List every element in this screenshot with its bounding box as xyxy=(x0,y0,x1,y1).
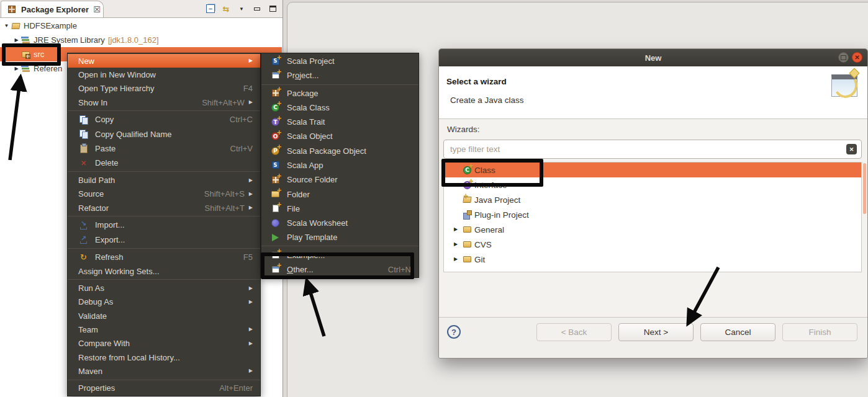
menu-item-project[interactable]: Project... xyxy=(261,68,418,83)
menu-item-label: Folder xyxy=(287,190,310,199)
wizard-item-general[interactable]: ▶General xyxy=(444,222,861,237)
collapsed-twisty-icon[interactable]: ▶ xyxy=(12,66,20,71)
menu-item-label: Refactor xyxy=(78,203,109,213)
back-button[interactable]: < Back xyxy=(536,323,612,341)
menu-item-export[interactable]: Export... xyxy=(68,233,260,247)
wizard-item-java-project[interactable]: Java Project xyxy=(444,192,861,207)
menu-item-paste[interactable]: PasteCtrl+V xyxy=(68,141,260,156)
menu-item-import[interactable]: Import... xyxy=(68,218,260,232)
tree-item-hdfsexample[interactable]: ▼HDFSExample xyxy=(0,19,282,33)
annotation-rect-src xyxy=(2,43,61,66)
dialog-close-button[interactable]: ✕ xyxy=(852,52,862,63)
source-folder-icon xyxy=(270,175,281,185)
menu-item-scala-project[interactable]: Scala Project xyxy=(261,54,418,68)
menu-item-source[interactable]: SourceShift+Alt+S▶ xyxy=(68,187,260,201)
menu-item-assign-working-sets[interactable]: Assign Working Sets... xyxy=(68,264,260,278)
menu-item-label: Compare With xyxy=(78,339,130,348)
menu-item-right: ▶ xyxy=(249,286,253,291)
menu-item-label: Paste xyxy=(95,144,115,153)
menu-item-label: Maven xyxy=(78,367,102,376)
tab-close-icon[interactable]: ☒ xyxy=(93,6,101,14)
menu-item-refresh[interactable]: RefreshF5 xyxy=(68,250,260,264)
menu-item-scala-package-object[interactable]: Scala Package Object xyxy=(261,144,418,158)
menu-shortcut: Ctrl+C xyxy=(230,115,253,124)
collapsed-twisty-icon[interactable]: ▶ xyxy=(12,38,20,43)
collapse-all-button[interactable]: − xyxy=(206,4,215,14)
copy-qualified-icon xyxy=(78,129,89,139)
menu-item-folder[interactable]: Folder xyxy=(261,187,418,201)
finish-button[interactable]: Finish xyxy=(782,323,857,341)
menu-item-play-template[interactable]: Play Template xyxy=(261,230,418,244)
menu-item-scala-worksheet[interactable]: Scala Worksheet xyxy=(261,216,418,230)
menu-item-open-in-new-window[interactable]: Open in New Window xyxy=(68,68,260,81)
scala-object-icon xyxy=(270,132,281,141)
menu-item-show-in[interactable]: Show InShift+Alt+W▶ xyxy=(68,96,260,109)
menu-item-delete[interactable]: Delete xyxy=(68,156,260,170)
menu-item-label: Scala Worksheet xyxy=(287,218,348,228)
help-button[interactable]: ? xyxy=(447,325,461,339)
clear-filter-icon[interactable]: ✕ xyxy=(846,144,857,154)
menu-item-scala-app[interactable]: Scala App xyxy=(261,158,418,172)
annotation-rect-other xyxy=(261,252,414,279)
paste-icon xyxy=(78,143,89,153)
menu-item-new[interactable]: New▶ xyxy=(68,54,260,68)
submenu-arrow-icon: ▶ xyxy=(249,368,253,373)
menu-item-label: Open in New Window xyxy=(78,70,156,79)
menu-item-package[interactable]: Package xyxy=(261,86,418,100)
collapsed-twisty-icon[interactable]: ▶ xyxy=(454,242,462,247)
menu-item-restore-from-local-history[interactable]: Restore from Local History... xyxy=(68,350,260,364)
expanded-twisty-icon[interactable]: ▼ xyxy=(2,24,11,29)
menu-item-team[interactable]: Team▶ xyxy=(68,323,260,336)
menu-item-label: Copy xyxy=(95,115,114,124)
menu-item-right: ▶ xyxy=(249,300,253,305)
wizard-item-plug-in-project[interactable]: Plug-in Project xyxy=(444,207,861,222)
menu-item-compare-with[interactable]: Compare With▶ xyxy=(68,337,260,350)
menu-item-label: Scala App xyxy=(287,161,323,170)
next-button[interactable]: Next > xyxy=(618,323,694,341)
menu-item-label: Scala Object xyxy=(287,132,333,141)
menu-item-refactor[interactable]: RefactorShift+Alt+T▶ xyxy=(68,201,260,215)
menu-item-copy[interactable]: CopyCtrl+C xyxy=(68,112,260,127)
menu-item-open-type-hierarchy[interactable]: Open Type HierarchyF4 xyxy=(68,82,260,96)
wizard-list-scrollbar[interactable] xyxy=(863,163,866,214)
collapsed-twisty-icon[interactable]: ▶ xyxy=(454,227,462,232)
view-menu-button[interactable]: ▼ xyxy=(237,4,246,14)
menu-item-run-as[interactable]: Run As▶ xyxy=(68,281,260,295)
wizard-item-label: CVS xyxy=(474,240,492,249)
menu-item-build-path[interactable]: Build Path▶ xyxy=(68,173,260,187)
link-with-editor-button[interactable]: ⇆ xyxy=(221,4,231,14)
menu-item-validate[interactable]: Validate xyxy=(68,309,260,323)
annotation-rect-class xyxy=(441,159,543,187)
menu-item-file[interactable]: File xyxy=(261,202,418,216)
menu-item-right: Ctrl+V xyxy=(230,144,253,153)
wizard-filter-input[interactable] xyxy=(443,140,862,159)
menu-item-properties[interactable]: PropertiesAlt+Enter xyxy=(68,381,260,395)
menu-item-maven[interactable]: Maven▶ xyxy=(68,364,260,378)
tab-package-explorer[interactable]: Package Explorer ☒ xyxy=(1,1,104,17)
collapsed-twisty-icon[interactable]: ▶ xyxy=(454,257,462,262)
menu-item-right: ▶ xyxy=(249,58,253,63)
scala-class-icon xyxy=(270,102,281,112)
wizard-banner-icon xyxy=(831,69,861,98)
minimize-button[interactable] xyxy=(252,4,262,14)
wizard-item-git[interactable]: ▶Git xyxy=(444,252,861,267)
menu-item-scala-class[interactable]: Scala Class xyxy=(261,100,418,115)
menu-item-source-folder[interactable]: Source Folder xyxy=(261,172,418,187)
menu-item-scala-trait[interactable]: Scala Trait xyxy=(261,115,418,129)
delete-icon xyxy=(78,158,89,168)
scala-app-icon xyxy=(270,160,281,170)
wizard-item-cvs[interactable]: ▶CVS xyxy=(444,237,861,252)
menu-item-label: Scala Class xyxy=(287,103,330,112)
cancel-button[interactable]: Cancel xyxy=(700,323,775,341)
titlebar-buttons: ✕ xyxy=(838,52,862,63)
menu-item-scala-object[interactable]: Scala Object xyxy=(261,129,418,143)
dialog-maximize-button[interactable] xyxy=(838,52,849,63)
menu-item-debug-as[interactable]: Debug As▶ xyxy=(68,295,260,309)
menu-item-label: Scala Trait xyxy=(287,117,325,127)
submenu-arrow-icon: ▶ xyxy=(249,100,253,105)
submenu-arrow-icon: ▶ xyxy=(249,192,253,197)
menu-item-copy-qualified-name[interactable]: Copy Qualified Name xyxy=(68,127,260,141)
maximize-button[interactable] xyxy=(268,4,278,14)
dialog-titlebar[interactable]: New ✕ xyxy=(439,49,867,66)
menu-item-label: Export... xyxy=(95,235,125,244)
